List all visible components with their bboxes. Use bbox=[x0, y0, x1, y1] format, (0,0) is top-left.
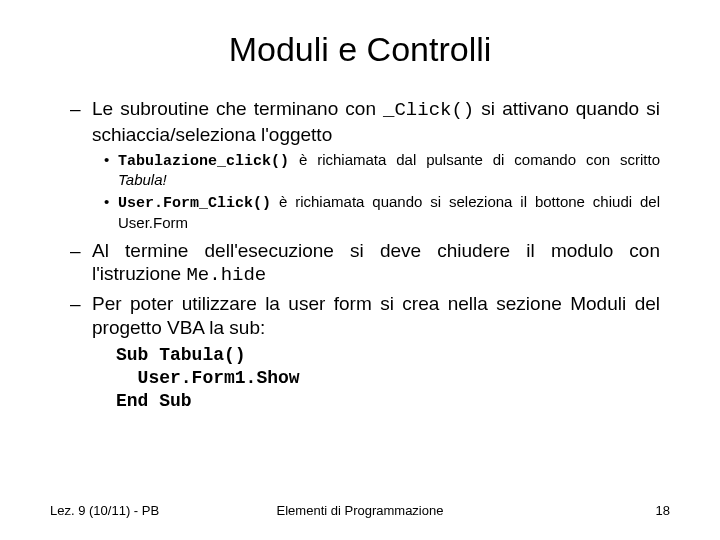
bullet-2: Al termine dell'esecuzione si deve chiud… bbox=[70, 239, 660, 289]
code-line: End Sub bbox=[116, 390, 660, 413]
code-inline: User.Form_Click() bbox=[118, 195, 271, 212]
slide-title: Moduli e Controlli bbox=[50, 30, 670, 69]
text: Per poter utilizzare la user form si cre… bbox=[92, 293, 660, 338]
footer-center: Elementi di Programmazione bbox=[277, 503, 444, 518]
footer-left: Lez. 9 (10/11) - PB bbox=[50, 503, 159, 518]
bullet-1: Le subroutine che terminano con _Click()… bbox=[70, 97, 660, 147]
code-inline: Tabulazione_click() bbox=[118, 153, 289, 170]
code-inline: _Click() bbox=[383, 99, 474, 121]
footer-right: 18 bbox=[656, 503, 670, 518]
slide: Moduli e Controlli Le subroutine che ter… bbox=[0, 0, 720, 540]
bullet-1b: User.Form_Click() è richiamata quando si… bbox=[70, 193, 660, 233]
code-block: Sub Tabula() User.Form1.ShowEnd Sub bbox=[70, 344, 660, 414]
code-line: User.Form1.Show bbox=[116, 367, 660, 390]
bullet-3: Per poter utilizzare la user form si cre… bbox=[70, 292, 660, 340]
footer: Lez. 9 (10/11) - PB Elementi di Programm… bbox=[0, 503, 720, 518]
text: è richiamata dal pulsante di comando con… bbox=[289, 151, 660, 168]
slide-content: Le subroutine che terminano con _Click()… bbox=[50, 97, 670, 414]
bullet-1a: Tabulazione_click() è richiamata dal pul… bbox=[70, 151, 660, 191]
text: Le subroutine che terminano con bbox=[92, 98, 383, 119]
emphasis: Tabula! bbox=[118, 171, 167, 188]
code-inline: Me.hide bbox=[186, 264, 266, 286]
text: Al termine dell'esecuzione si deve chiud… bbox=[92, 240, 660, 285]
code-line: Sub Tabula() bbox=[116, 344, 660, 367]
